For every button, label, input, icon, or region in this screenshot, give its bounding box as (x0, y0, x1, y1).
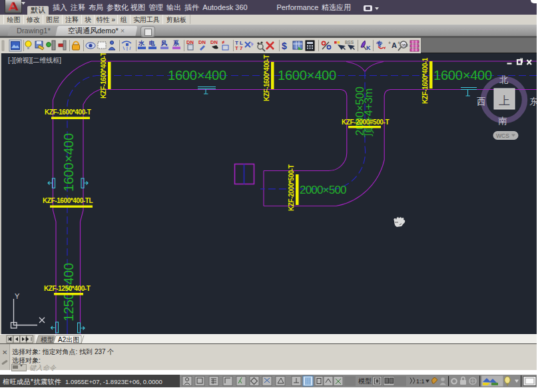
svg-text:KZF-1600*400-T: KZF-1600*400-T (100, 53, 107, 98)
svg-text:1600×400: 1600×400 (278, 68, 336, 83)
svg-text:$: $ (282, 41, 287, 51)
svg-text:080: 080 (402, 43, 409, 47)
svg-text:KZF-1600*400-T: KZF-1600*400-T (45, 108, 91, 116)
svg-text:[-][俯视][二维线框]: [-][俯视][二维线框] (8, 57, 61, 64)
svg-text:风: 风 (160, 40, 167, 47)
svg-text:系: 系 (172, 40, 180, 47)
svg-text:1:1: 1:1 (416, 378, 425, 385)
svg-text:模型: 模型 (41, 336, 54, 343)
svg-text:水: 水 (138, 40, 145, 47)
svg-text:T 7: T 7 (235, 45, 243, 51)
svg-text:WCS: WCS (496, 132, 509, 139)
svg-text:KZF-1600*400-TL: KZF-1600*400-TL (43, 197, 93, 204)
svg-text:1600×400: 1600×400 (433, 68, 492, 83)
svg-text:BSS: BSS (345, 40, 354, 45)
svg-text:2000×500: 2000×500 (300, 184, 346, 196)
svg-text:顶-+4+3m: 顶-+4+3m (362, 89, 374, 138)
svg-text:Y: Y (15, 292, 20, 300)
svg-text:A: A (392, 41, 397, 49)
svg-text:1600×400: 1600×400 (168, 68, 226, 83)
svg-text:KZF-2000*500-T: KZF-2000*500-T (288, 164, 295, 211)
svg-text:DN: DN (210, 39, 218, 45)
svg-text:电: 电 (149, 40, 155, 47)
svg-text:KZF-2000#500-T: KZF-2000#500-T (342, 118, 389, 126)
svg-text:专: 专 (376, 40, 383, 47)
svg-text:A2出图: A2出图 (58, 336, 79, 343)
svg-text:KZF-1250*400-T: KZF-1250*400-T (44, 285, 91, 292)
svg-text:上: 上 (499, 95, 510, 107)
svg-text:模型: 模型 (358, 377, 372, 385)
svg-text:+: + (388, 41, 391, 45)
svg-text:KZF-1600*400-1: KZF-1600*400-1 (421, 57, 429, 104)
svg-text:1600×400: 1600×400 (61, 133, 76, 192)
svg-text:北: 北 (499, 75, 509, 85)
svg-text:DN: DN (198, 39, 206, 45)
svg-text:西: 西 (477, 97, 486, 106)
svg-text:≢: ≢ (222, 39, 227, 45)
svg-text:1250×400: 1250×400 (61, 263, 76, 321)
svg-text:东: 东 (529, 97, 537, 106)
svg-text:南: 南 (498, 116, 507, 126)
svg-text:K: K (366, 45, 371, 51)
svg-text:KZF-1600*400-T: KZF-1600*400-T (263, 55, 270, 101)
